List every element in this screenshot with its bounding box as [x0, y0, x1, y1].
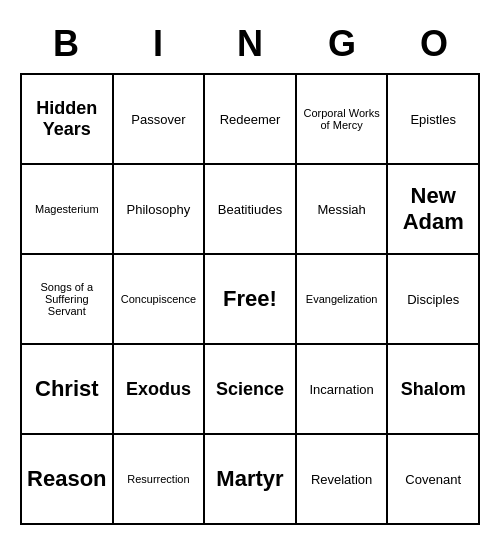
bingo-cell: Passover	[114, 75, 206, 165]
bingo-cell: New Adam	[388, 165, 480, 255]
bingo-header: BINGO	[20, 19, 480, 69]
bingo-letter: I	[112, 19, 204, 69]
bingo-cell: Concupiscence	[114, 255, 206, 345]
bingo-cell: Incarnation	[297, 345, 389, 435]
bingo-letter: N	[204, 19, 296, 69]
bingo-cell: Free!	[205, 255, 297, 345]
bingo-cell: Christ	[22, 345, 114, 435]
bingo-cell: Reason	[22, 435, 114, 525]
bingo-cell: Revelation	[297, 435, 389, 525]
bingo-card: BINGO Hidden YearsPassoverRedeemerCorpor…	[10, 9, 490, 535]
bingo-cell: Beatitiudes	[205, 165, 297, 255]
bingo-cell: Redeemer	[205, 75, 297, 165]
bingo-cell: Magesterium	[22, 165, 114, 255]
bingo-letter: O	[388, 19, 480, 69]
bingo-cell: Disciples	[388, 255, 480, 345]
bingo-cell: Corporal Works of Mercy	[297, 75, 389, 165]
bingo-cell: Shalom	[388, 345, 480, 435]
bingo-letter: G	[296, 19, 388, 69]
bingo-letter: B	[20, 19, 112, 69]
bingo-cell: Epistles	[388, 75, 480, 165]
bingo-grid: Hidden YearsPassoverRedeemerCorporal Wor…	[20, 73, 480, 525]
bingo-cell: Messiah	[297, 165, 389, 255]
bingo-cell: Hidden Years	[22, 75, 114, 165]
bingo-cell: Philosophy	[114, 165, 206, 255]
bingo-cell: Science	[205, 345, 297, 435]
bingo-cell: Songs of a Suffering Servant	[22, 255, 114, 345]
bingo-cell: Martyr	[205, 435, 297, 525]
bingo-cell: Evangelization	[297, 255, 389, 345]
bingo-cell: Exodus	[114, 345, 206, 435]
bingo-cell: Resurrection	[114, 435, 206, 525]
bingo-cell: Covenant	[388, 435, 480, 525]
